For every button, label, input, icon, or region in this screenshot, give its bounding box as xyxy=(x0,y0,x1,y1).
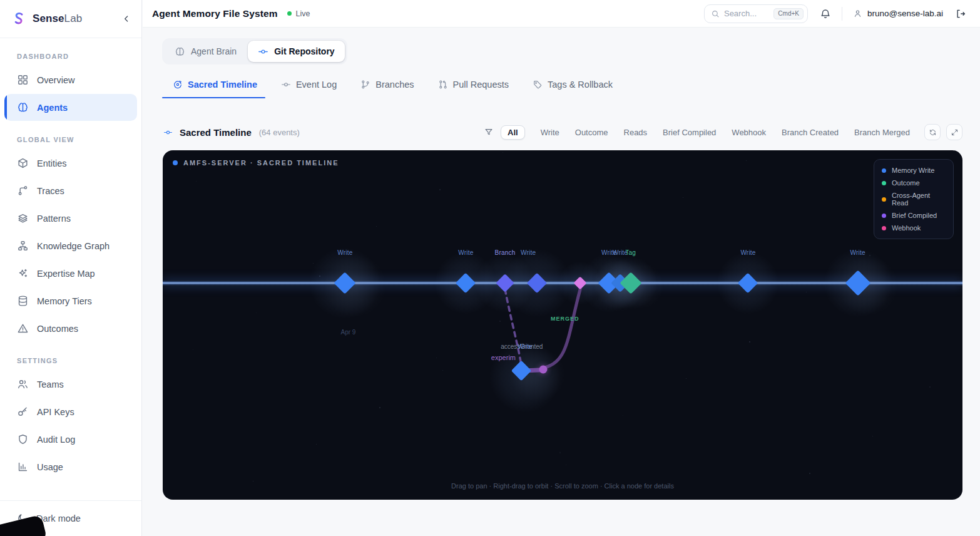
tab-label: Event Log xyxy=(296,80,337,90)
alert-icon xyxy=(17,322,29,334)
sidebar-item-label: Patterns xyxy=(37,214,71,224)
database-icon xyxy=(17,295,29,307)
sidebar-item-label: Usage xyxy=(37,462,63,472)
sidebar-item-agents[interactable]: Agents xyxy=(4,94,137,121)
header-divider xyxy=(842,7,842,21)
legend-item-outcome: Outcome xyxy=(882,179,946,187)
logout-icon xyxy=(955,8,966,19)
filter-chip-webhook[interactable]: Webhook xyxy=(732,128,766,137)
commit-icon xyxy=(281,80,291,90)
canvas-annotation-merged: MERGED xyxy=(551,316,579,322)
legend-item-memory-write: Memory Write xyxy=(882,167,946,174)
brand-name-bold: Sense xyxy=(33,13,64,24)
grid-icon xyxy=(17,74,29,86)
search-shortcut-kbd: Cmd+K xyxy=(773,8,804,19)
sidebar-item-usage[interactable]: Usage xyxy=(0,453,141,480)
timeline-section-header: Sacred Timeline (64 events) AllWriteOutc… xyxy=(163,123,962,142)
nav-section-label-settings: SETTINGS xyxy=(0,343,141,370)
tab-label: Branches xyxy=(375,80,414,90)
brain-icon xyxy=(17,101,29,113)
canvas-annotation-apr-9: Apr 9 xyxy=(341,329,356,336)
filter-chip-write[interactable]: Write xyxy=(541,128,559,137)
filter-chip-reads[interactable]: Reads xyxy=(624,128,648,137)
search-box[interactable]: Cmd+K xyxy=(704,4,808,23)
tag-icon xyxy=(533,80,543,90)
sidebar-item-overview[interactable]: Overview xyxy=(0,66,141,93)
notifications-button[interactable] xyxy=(820,8,831,19)
user-menu[interactable]: bruno@sense-lab.ai xyxy=(853,9,943,18)
cube-icon xyxy=(17,157,29,169)
canvas-status-dot xyxy=(173,160,178,165)
legend-label: Brief Compiled xyxy=(892,212,937,219)
canvas-title: AMFS-SERVER · SACRED TIMELINE xyxy=(183,159,339,167)
sparkles-icon xyxy=(17,267,29,279)
filter-chips: AllWriteOutcomeReadsBrief CompiledWebhoo… xyxy=(501,125,910,140)
expand-icon xyxy=(951,128,959,137)
sidebar-item-label: Memory Tiers xyxy=(37,296,92,306)
view-toggle-agent-brain[interactable]: Agent Brain xyxy=(165,41,247,62)
sidebar-item-teams[interactable]: Teams xyxy=(0,371,141,398)
sidebar-item-label: Audit Log xyxy=(37,435,75,445)
logout-button[interactable] xyxy=(955,8,966,19)
top-header: Agent Memory File System Live Cmd+K brun… xyxy=(143,0,980,28)
search-icon xyxy=(711,9,720,18)
sidebar-item-memory-tiers[interactable]: Memory Tiers xyxy=(0,287,141,314)
view-toggle: Agent BrainGit Repository xyxy=(162,38,347,64)
filter-chip-branch-created[interactable]: Branch Created xyxy=(782,128,839,137)
sidebar-item-entities[interactable]: Entities xyxy=(0,150,141,177)
event-count: (64 events) xyxy=(259,128,300,137)
canvas-annotation-experim: experim xyxy=(491,354,516,361)
legend-label: Webhook xyxy=(892,224,921,232)
expand-button[interactable] xyxy=(946,124,962,140)
tab-event-log[interactable]: Event Log xyxy=(281,80,337,98)
sidebar-item-outcomes[interactable]: Outcomes xyxy=(0,315,141,342)
sidebar-item-audit-log[interactable]: Audit Log xyxy=(0,426,141,453)
brand-name: SenseLab xyxy=(33,13,82,25)
refresh-button[interactable] xyxy=(924,124,941,140)
sidebar-item-label: Traces xyxy=(37,186,64,196)
sidebar-item-label: Outcomes xyxy=(37,324,78,334)
filter-chip-all[interactable]: All xyxy=(501,125,525,140)
tab-pull-requests[interactable]: Pull Requests xyxy=(438,80,509,98)
tab-label: Tags & Rollback xyxy=(548,80,613,90)
sidebar-item-api-keys[interactable]: API Keys xyxy=(0,398,141,425)
bell-icon xyxy=(820,8,831,19)
person-icon xyxy=(853,9,862,18)
sidebar-item-traces[interactable]: Traces xyxy=(0,177,141,204)
chevron-left-icon xyxy=(121,14,131,24)
filter-chip-branch-merged[interactable]: Branch Merged xyxy=(854,128,910,137)
live-badge: Live xyxy=(287,9,310,18)
commit-icon xyxy=(258,46,268,57)
sidebar-item-expertise-map[interactable]: Expertise Map xyxy=(0,260,141,287)
refresh-icon xyxy=(929,128,937,137)
legend-item-webhook: Webhook xyxy=(882,224,946,232)
nav-section-label-dashboard: DASHBOARD xyxy=(0,38,141,66)
sidebar-item-patterns[interactable]: Patterns xyxy=(0,205,141,232)
layers-icon xyxy=(17,212,29,224)
tab-branches[interactable]: Branches xyxy=(360,80,414,98)
search-input[interactable] xyxy=(724,9,768,18)
canvas-annotation-write: Write xyxy=(518,343,532,350)
brand-name-light: Lab xyxy=(64,13,83,24)
filter-chip-brief-compiled[interactable]: Brief Compiled xyxy=(663,128,716,137)
user-email: bruno@sense-lab.ai xyxy=(867,9,943,18)
legend-item-brief-compiled: Brief Compiled xyxy=(882,212,946,219)
sidebar-item-label: Knowledge Graph xyxy=(37,241,110,251)
sidebar-item-label: Overview xyxy=(37,75,74,85)
branch-merge-curves xyxy=(163,150,962,500)
tab-tags-rollback[interactable]: Tags & Rollback xyxy=(533,80,613,98)
node-label-write: Write xyxy=(740,249,755,256)
toggle-label: Git Repository xyxy=(274,46,334,56)
canvas-header: AMFS-SERVER · SACRED TIMELINE xyxy=(173,159,339,167)
sidebar-item-label: Agents xyxy=(37,103,68,113)
sidebar-item-knowledge-graph[interactable]: Knowledge Graph xyxy=(0,232,141,259)
orbit-icon xyxy=(173,80,183,90)
filter-chip-outcome[interactable]: Outcome xyxy=(575,128,608,137)
brain-icon xyxy=(175,46,185,57)
key-icon xyxy=(17,406,29,418)
view-toggle-git-repository[interactable]: Git Repository xyxy=(248,41,344,62)
sidebar-collapse-button[interactable] xyxy=(121,14,131,24)
sacred-timeline-canvas[interactable]: AMFS-SERVER · SACRED TIMELINE Memory Wri… xyxy=(163,150,962,500)
tab-sacred-timeline[interactable]: Sacred Timeline xyxy=(173,80,257,98)
merge-junction-dot[interactable] xyxy=(539,365,548,373)
